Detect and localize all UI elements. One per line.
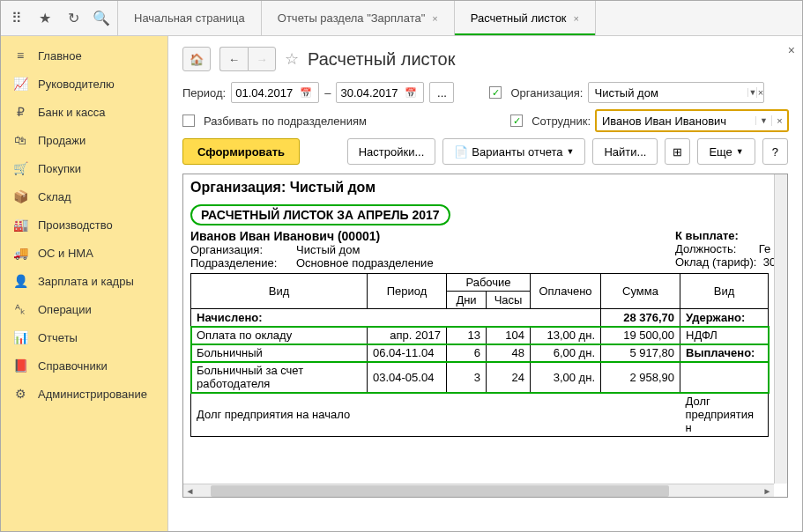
factory-icon: 🏭 xyxy=(13,218,27,232)
nav-bank[interactable]: ₽Банк и касса xyxy=(1,98,167,126)
find-button[interactable]: Найти... xyxy=(592,138,658,165)
scrollbar-horizontal[interactable]: ◄ ► xyxy=(183,484,774,497)
book-icon: 📕 xyxy=(13,358,27,373)
scroll-thumb[interactable] xyxy=(211,485,669,497)
cart-icon: 🛒 xyxy=(13,161,27,175)
sidebar: ≡Главное 📈Руководителю ₽Банк и касса 🛍Пр… xyxy=(1,36,168,531)
chevron-down-icon: ▼ xyxy=(736,147,744,156)
gear-icon: ⚙ xyxy=(13,387,27,401)
table-button[interactable]: ⊞ xyxy=(665,138,690,165)
box-icon: 📦 xyxy=(13,189,27,203)
employee-name: Иванов Иван Иванович (00001) xyxy=(190,229,666,243)
star-icon[interactable]: ★ xyxy=(36,10,54,27)
split-label: Разбивать по подразделениям xyxy=(204,115,367,128)
apps-icon[interactable]: ⠿ xyxy=(8,10,26,27)
calendar-icon[interactable]: 📅 xyxy=(402,87,420,99)
chevron-down-icon[interactable]: ▼ xyxy=(755,116,771,125)
nav-stock[interactable]: 📦Склад xyxy=(1,182,167,211)
more-button[interactable]: Еще▼ xyxy=(697,138,755,165)
person-icon: 👤 xyxy=(13,274,27,288)
org-combo[interactable]: ▼ × xyxy=(588,82,764,103)
report-org-title: Организация: Чистый дом xyxy=(190,180,788,196)
clear-icon[interactable]: × xyxy=(771,115,787,126)
forward-button[interactable]: → xyxy=(248,47,276,71)
date-to-input[interactable]: 📅 xyxy=(336,82,424,103)
emp-checkbox[interactable] xyxy=(510,115,523,127)
nav-salary[interactable]: 👤Зарплата и кадры xyxy=(1,267,167,295)
nav-operations[interactable]: ᴬₖОперации xyxy=(1,295,167,323)
form-button[interactable]: Сформировать xyxy=(182,138,300,165)
emp-label: Сотрудник: xyxy=(532,115,591,128)
emp-combo[interactable]: ▼ × xyxy=(596,110,788,131)
variants-button[interactable]: 📄Варианты отчета▼ xyxy=(442,138,585,165)
scroll-right-icon[interactable]: ► xyxy=(761,486,774,496)
chevron-down-icon: ▼ xyxy=(567,147,575,156)
tab-home[interactable]: Начальная страница xyxy=(118,1,262,35)
doc-icon: 📄 xyxy=(454,145,468,159)
report-area: Организация: Чистый дом РАСЧЕТНЫЙ ЛИСТОК… xyxy=(182,174,788,498)
table-icon: ⊞ xyxy=(673,145,682,159)
payslip-table: Вид Период Рабочие Оплачено Сумма Вид Дн… xyxy=(190,273,769,437)
org-label: Организация: xyxy=(510,86,583,100)
favorite-icon[interactable]: ☆ xyxy=(285,49,299,69)
nav-sales[interactable]: 🛍Продажи xyxy=(1,126,167,154)
back-button[interactable]: ← xyxy=(219,47,248,71)
nav-purchases[interactable]: 🛒Покупки xyxy=(1,154,167,182)
history-icon[interactable]: ↻ xyxy=(64,10,82,27)
period-picker-button[interactable]: ... xyxy=(429,82,454,103)
nav-main[interactable]: ≡Главное xyxy=(1,41,167,70)
date-from-input[interactable]: 📅 xyxy=(231,82,319,103)
close-page-icon[interactable]: × xyxy=(788,43,795,57)
scrollbar-vertical[interactable] xyxy=(774,174,787,484)
period-label: Период: xyxy=(182,86,226,100)
settings-button[interactable]: Настройки... xyxy=(347,138,436,165)
truck-icon: 🚚 xyxy=(13,246,27,260)
nav-manager[interactable]: 📈Руководителю xyxy=(1,70,167,98)
to-pay-label: К выплате: xyxy=(675,229,776,242)
close-icon[interactable]: × xyxy=(432,13,437,24)
calendar-icon[interactable]: 📅 xyxy=(297,87,315,99)
chevron-down-icon[interactable]: ▼ xyxy=(747,88,756,97)
bag-icon: 🛍 xyxy=(13,133,27,147)
page-title: Расчетный листок xyxy=(308,49,455,70)
tab-reports[interactable]: Отчеты раздела "Зарплата"× xyxy=(262,1,455,35)
scroll-left-icon[interactable]: ◄ xyxy=(183,486,197,496)
help-button[interactable]: ? xyxy=(762,138,788,165)
clear-icon[interactable]: × xyxy=(756,87,763,98)
ruble-icon: ₽ xyxy=(13,105,27,119)
ops-icon: ᴬₖ xyxy=(13,302,27,316)
nav-production[interactable]: 🏭Производство xyxy=(1,211,167,239)
split-checkbox[interactable] xyxy=(182,115,195,127)
chart-icon: 📈 xyxy=(13,77,27,91)
close-icon[interactable]: × xyxy=(574,13,579,24)
tab-payslip[interactable]: Расчетный листок× xyxy=(455,1,596,35)
org-checkbox[interactable] xyxy=(489,86,502,99)
home-button[interactable]: 🏠 xyxy=(182,47,211,71)
nav-assets[interactable]: 🚚ОС и НМА xyxy=(1,239,167,267)
nav-admin[interactable]: ⚙Администрирование xyxy=(1,380,167,408)
menu-icon: ≡ xyxy=(13,48,27,63)
nav-refs[interactable]: 📕Справочники xyxy=(1,351,167,380)
nav-reports[interactable]: 📊Отчеты xyxy=(1,323,167,351)
report-icon: 📊 xyxy=(13,330,27,344)
slip-title: РАСЧЕТНЫЙ ЛИСТОК ЗА АПРЕЛЬ 2017 xyxy=(190,204,450,225)
search-icon[interactable]: 🔍 xyxy=(93,10,110,27)
